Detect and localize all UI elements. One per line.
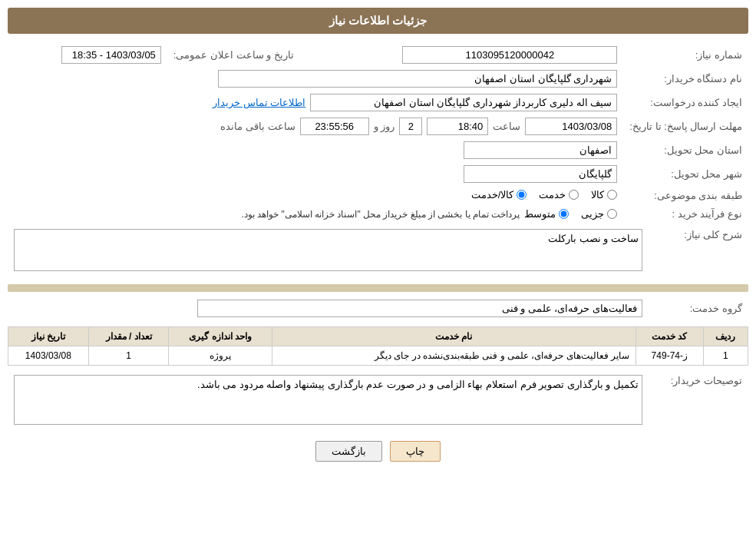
back-button[interactable]: بازگشت [315,441,382,462]
time-label: ساعت [493,121,520,132]
form-row-deadline: مهلت ارسال پاسخ: تا تاریخ: 1403/03/08 سا… [8,114,748,138]
form-row-service-group: گروه خدمت: فعالیت‌های حرفه‌ای، علمی و فن… [8,297,748,320]
table-header-row: ردیف کد خدمت نام خدمت واحد اندازه گیری ت… [8,327,748,346]
print-button[interactable]: چاپ [390,441,441,462]
col-header-unit: واحد اندازه گیری [169,327,272,346]
form-row-creator: ایجاد کننده درخواست: سیف اله دلیری کاربر… [8,91,748,114]
buyer-notes-table: توصیحات خریدار: [8,372,748,430]
category-radio-group: کالا خدمت کالا/خدمت [471,189,618,200]
value-remaining-time: 23:55:56 [300,118,369,135]
page-title: جزئیات اطلاعات نیاز [329,14,427,27]
service-group-table: گروه خدمت: فعالیت‌های حرفه‌ای، علمی و فن… [8,297,748,320]
value-province: اصفهان [464,141,617,159]
process-note: پرداخت تمام یا بخشی از مبلغ خریداز محل "… [241,209,520,220]
form-row-province: استان محل تحویل: اصفهان [8,138,748,162]
label-process-type: نوع فرآیند خرید : [623,205,748,223]
label-announce-date: تاریخ و ساعت اعلان عمومی: [167,43,300,67]
services-section-title [8,284,748,292]
value-creator: سیف اله دلیری کاربرداز شهرداری گلپایگان … [310,94,617,111]
label-category: طبقه بندی موضوعی: [623,186,748,205]
col-header-name: نام خدمت [272,327,636,346]
label-province: استان محل تحویل: [623,138,748,162]
value-announce-date: 1403/03/05 - 18:35 [61,46,161,64]
general-desc-table: شرح کلی نیاز: [8,226,748,277]
col-header-qty: تعداد / مقدار [88,327,169,346]
form-row-city: شهر محل تحویل: گلپایگان [8,162,748,186]
form-row-need-number: شماره نیاز: 1103095120000042 تاریخ و ساع… [8,43,748,67]
value-deadline-time: 18:40 [427,118,488,135]
page-header: جزئیات اطلاعات نیاز [8,8,748,34]
form-row-buyer-notes: توصیحات خریدار: [8,372,748,430]
label-general-desc: شرح کلی نیاز: [649,226,748,277]
label-deadline: مهلت ارسال پاسخ: تا تاریخ: [623,114,748,138]
category-option-kala-khedmat[interactable]: کالا/خدمت [471,189,527,200]
col-header-row: ردیف [703,327,748,346]
category-option-kala[interactable]: کالا [591,189,617,200]
value-deadline-days: 2 [399,118,422,135]
label-city: شهر محل تحویل: [623,162,748,186]
services-data-table: ردیف کد خدمت نام خدمت واحد اندازه گیری ت… [8,326,748,366]
process-option-jozi[interactable]: جزیی [581,208,617,220]
desc-watermark-container [14,229,642,273]
value-deadline-date: 1403/03/08 [525,118,617,135]
form-row-category: طبقه بندی موضوعی: کالا خدمت کالا/خدمت [8,186,748,205]
form-row-buyer-org: نام دستگاه خریدار: شهرداری گلپایگان استا… [8,67,748,91]
buttons-row: چاپ بازگشت [8,441,748,462]
form-row-general-desc: شرح کلی نیاز: [8,226,748,277]
main-form-table: شماره نیاز: 1103095120000042 تاریخ و ساع… [8,43,748,223]
col-header-code: کد خدمت [636,327,704,346]
process-radio-group: جزیی متوسط [524,208,617,220]
value-service-group: فعالیت‌های حرفه‌ای، علمی و فنی [197,300,642,317]
value-buyer-org: شهرداری گلپایگان استان اصفهان [218,70,617,88]
category-option-khedmat[interactable]: خدمت [539,189,579,200]
table-row: 1 ز-74-749 سایر فعالیت‌های حرفه‌ای، علمی… [8,346,748,366]
process-option-motevaset[interactable]: متوسط [524,208,569,220]
general-desc-textarea[interactable] [14,229,642,271]
label-buyer-notes: توصیحات خریدار: [649,372,748,430]
remaining-label: ساعت باقی مانده [220,121,295,132]
value-city: گلپایگان [464,165,617,183]
label-buyer-org: نام دستگاه خریدار: [623,67,748,91]
label-creator: ایجاد کننده درخواست: [623,91,748,114]
value-need-number: 1103095120000042 [402,46,617,64]
contact-info-link[interactable]: اطلاعات تماس خریدار [213,97,305,108]
form-row-process-type: نوع فرآیند خرید : جزیی متوسط پرداخت تمام… [8,205,748,223]
days-label: روز و [374,121,395,132]
label-service-group: گروه خدمت: [649,297,748,320]
page-wrapper: جزئیات اطلاعات نیاز شماره نیاز: 11030951… [0,0,756,540]
label-need-number: شماره نیاز: [623,43,748,67]
col-header-date: تاریخ نیاز [8,327,89,346]
buyer-notes-textarea[interactable] [14,375,642,425]
